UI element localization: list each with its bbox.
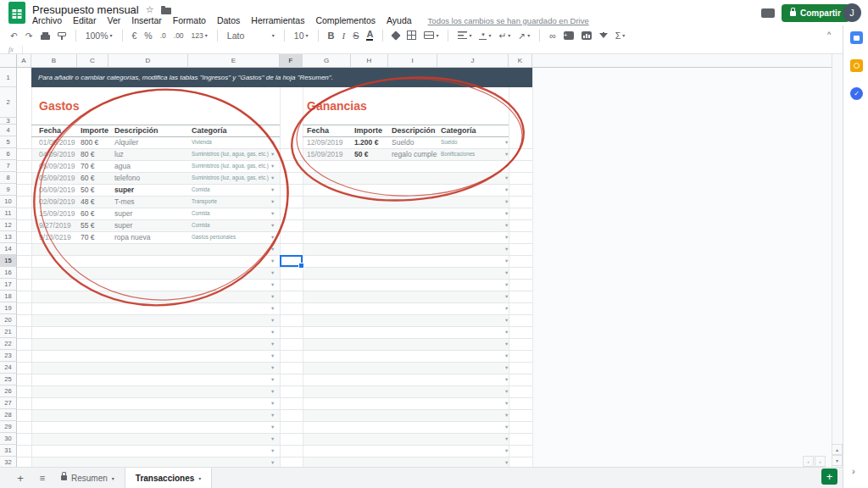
cell-gastos-descripcion[interactable]: agua <box>114 160 131 172</box>
category-dropdown-icon[interactable]: ▾ <box>505 302 508 314</box>
row-header-13[interactable]: 13 <box>0 231 17 243</box>
column-header-I[interactable]: I <box>388 54 437 68</box>
category-dropdown-icon[interactable]: ▾ <box>505 314 508 326</box>
comment-history-icon[interactable] <box>761 8 775 18</box>
category-dropdown-icon[interactable]: ▾ <box>271 445 274 457</box>
category-dropdown-icon[interactable]: ▾ <box>271 457 274 467</box>
cell-gastos-fecha[interactable]: 15/09/2019 <box>39 208 75 219</box>
tasks-icon[interactable]: ✓ <box>850 87 863 100</box>
category-dropdown-icon[interactable]: ▾ <box>271 302 274 314</box>
row-header-25[interactable]: 25 <box>0 374 17 385</box>
spreadsheet-grid[interactable]: Para añadir o cambiar categorías, modifi… <box>0 54 832 467</box>
column-header-gastos-1[interactable]: Importe <box>81 125 108 136</box>
increase-decimals-button[interactable]: .00 <box>174 31 184 40</box>
cell-gastos-fecha[interactable]: 05/09/2019 <box>39 172 75 184</box>
cell-gastos-importe[interactable]: 60 € <box>81 172 95 184</box>
cell-ganancias-fecha[interactable]: 15/09/2019 <box>307 148 343 160</box>
cell-gastos-categoria[interactable]: Comida <box>192 208 210 219</box>
select-all-corner[interactable] <box>0 54 17 68</box>
bold-button[interactable]: B <box>328 30 335 41</box>
row-header-2[interactable]: 2 <box>0 87 17 118</box>
scroll-down-button[interactable]: ▾ <box>832 455 843 466</box>
row-header-30[interactable]: 30 <box>0 433 17 445</box>
category-dropdown-icon[interactable]: ▾ <box>271 267 274 279</box>
cell-gastos-descripcion[interactable]: super <box>114 184 134 196</box>
column-header-G[interactable]: G <box>303 54 351 68</box>
column-header-ganancias-2[interactable]: Descripción <box>392 125 436 136</box>
cell-gastos-importe[interactable]: 60 € <box>81 208 95 219</box>
borders-icon[interactable] <box>407 30 416 40</box>
cell-gastos-fecha[interactable]: 9/27/2019 <box>39 219 71 231</box>
category-dropdown-icon[interactable]: ▾ <box>271 219 274 231</box>
category-dropdown-icon[interactable]: ▾ <box>505 421 508 433</box>
category-dropdown-icon[interactable]: ▾ <box>505 231 508 243</box>
cell-gastos-importe[interactable]: 48 € <box>81 196 95 208</box>
scroll-up-button[interactable]: ▴ <box>832 444 843 455</box>
functions-button[interactable]: Σ▾ <box>615 30 626 41</box>
row-header-26[interactable]: 26 <box>0 385 17 397</box>
sheet-tab-menu-caret[interactable]: ▾ <box>112 475 114 481</box>
menu-ver[interactable]: Ver <box>107 15 120 25</box>
category-dropdown-icon[interactable]: ▾ <box>271 314 274 326</box>
column-header-D[interactable]: D <box>108 54 188 68</box>
category-dropdown-icon[interactable]: ▾ <box>505 160 508 172</box>
cell-ganancias-categoria[interactable]: Sueldo <box>441 136 457 148</box>
column-header-A[interactable]: A <box>17 54 31 68</box>
row-header-3[interactable]: 3 <box>0 118 17 125</box>
row-header-22[interactable]: 22 <box>0 338 17 350</box>
cell-gastos-categoria[interactable]: Comida <box>192 219 210 231</box>
font-select[interactable]: Lato▾ <box>227 30 275 41</box>
formula-input[interactable] <box>23 45 843 53</box>
move-to-folder-icon[interactable] <box>161 8 171 14</box>
category-dropdown-icon[interactable]: ▾ <box>505 148 508 160</box>
category-dropdown-icon[interactable]: ▾ <box>505 208 508 219</box>
category-dropdown-icon[interactable]: ▾ <box>505 326 508 338</box>
cell-gastos-categoria[interactable]: Comida <box>192 184 210 196</box>
category-dropdown-icon[interactable]: ▾ <box>505 409 508 421</box>
category-dropdown-icon[interactable]: ▾ <box>271 397 274 409</box>
banner-cell[interactable]: Para añadir o cambiar categorías, modifi… <box>31 68 532 87</box>
row-header-4[interactable]: 4 <box>0 125 17 136</box>
cell-gastos-fecha[interactable]: 04/09/2019 <box>39 148 75 160</box>
menu-editar[interactable]: Editar <box>73 15 96 25</box>
category-dropdown-icon[interactable]: ▾ <box>505 385 508 397</box>
sheet-tab-menu-caret[interactable]: ▾ <box>198 475 201 481</box>
cell-gastos-categoria[interactable]: Gastos personales <box>192 231 236 243</box>
column-header-gastos-0[interactable]: Fecha <box>39 125 61 136</box>
category-dropdown-icon[interactable]: ▾ <box>271 385 274 397</box>
zoom-select[interactable]: 100%▾ <box>86 30 113 41</box>
menu-datos[interactable]: Datos <box>217 15 240 25</box>
category-dropdown-icon[interactable]: ▾ <box>505 219 508 231</box>
save-status-link[interactable]: Todos los cambios se han guardado en Dri… <box>428 16 589 25</box>
category-dropdown-icon[interactable]: ▾ <box>271 291 274 302</box>
row-header-23[interactable]: 23 <box>0 350 17 362</box>
cell-gastos-categoria[interactable]: Suministros (luz, agua, gas, etc.) <box>192 172 269 184</box>
cell-ganancias-categoria[interactable]: Bonificaciones <box>441 148 475 160</box>
horizontal-align-button[interactable]: ▾ <box>458 31 471 39</box>
cell-gastos-fecha[interactable]: 05/09/2019 <box>39 160 75 172</box>
currency-format-button[interactable]: € <box>132 30 137 41</box>
user-avatar[interactable]: J <box>843 3 861 22</box>
row-header-17[interactable]: 17 <box>0 279 17 291</box>
category-dropdown-icon[interactable]: ▾ <box>271 208 274 219</box>
all-sheets-menu-icon[interactable]: ≡ <box>34 468 51 488</box>
category-dropdown-icon[interactable]: ▾ <box>271 196 274 208</box>
category-dropdown-icon[interactable]: ▾ <box>505 433 508 445</box>
column-header-J[interactable]: J <box>437 54 509 68</box>
row-header-9[interactable]: 9 <box>0 184 17 196</box>
category-dropdown-icon[interactable]: ▾ <box>271 136 274 148</box>
category-dropdown-icon[interactable]: ▾ <box>271 433 274 445</box>
insert-link-icon[interactable]: ∞ <box>549 30 556 41</box>
text-rotation-button[interactable]: ↗▾ <box>518 30 530 41</box>
decrease-decimals-button[interactable]: .0 <box>160 31 166 40</box>
text-color-button[interactable]: A <box>366 30 373 41</box>
menu-formato[interactable]: Formato <box>173 15 206 25</box>
menu-complementos[interactable]: Complementos <box>315 15 376 25</box>
category-dropdown-icon[interactable]: ▾ <box>271 362 274 374</box>
hide-side-panel-chevron[interactable]: › <box>852 466 855 476</box>
column-header-gastos-2[interactable]: Descripción <box>114 125 159 136</box>
print-icon[interactable] <box>41 35 50 40</box>
category-dropdown-icon[interactable]: ▾ <box>271 338 274 350</box>
category-dropdown-icon[interactable]: ▾ <box>505 172 508 184</box>
category-dropdown-icon[interactable]: ▾ <box>271 374 274 385</box>
